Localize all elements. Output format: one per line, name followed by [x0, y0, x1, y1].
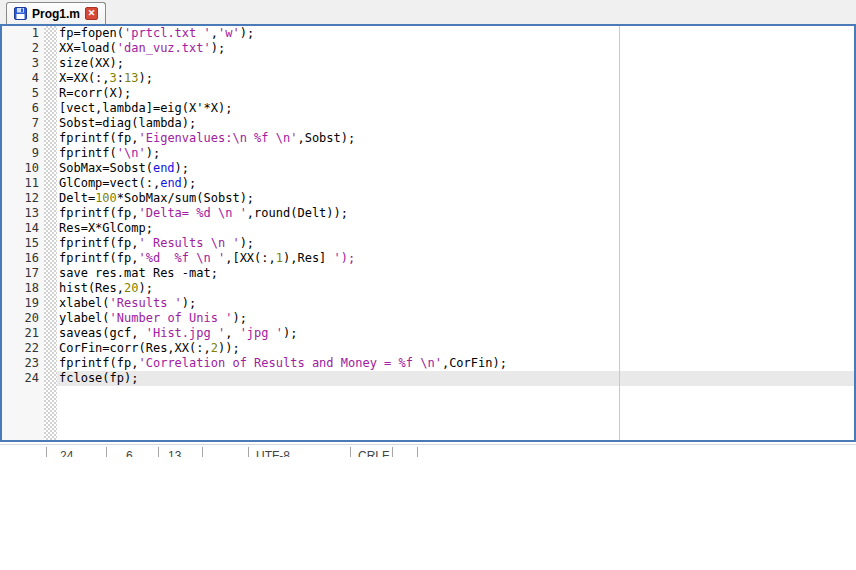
- status-field: UTF-8: [256, 449, 290, 457]
- code-editor[interactable]: 123456789101112131415161718192021222324 …: [0, 24, 856, 442]
- code-line[interactable]: CorFin=corr(Res,XX(:,2));: [59, 341, 854, 356]
- line-number: 14: [2, 221, 39, 236]
- line-number-gutter: 123456789101112131415161718192021222324: [2, 26, 44, 440]
- line-number: 13: [2, 206, 39, 221]
- code-line[interactable]: Sobst=diag(lambda);: [59, 116, 854, 131]
- line-number: 17: [2, 266, 39, 281]
- status-separator: [248, 447, 249, 457]
- close-icon[interactable]: ✕: [85, 7, 98, 20]
- status-bar: 24613UTF-8CRLF: [0, 444, 856, 457]
- code-area[interactable]: fp=fopen('prtcl.txt ','w');XX=load('dan_…: [57, 26, 854, 440]
- line-number: 1: [2, 26, 39, 41]
- status-field: CRLF: [358, 449, 389, 457]
- code-line[interactable]: fprintf('\n');: [59, 146, 854, 161]
- status-field: 13: [168, 449, 181, 457]
- line-number: 15: [2, 236, 39, 251]
- line-number: 4: [2, 71, 39, 86]
- tab-bar: Prog1.m ✕: [0, 0, 856, 24]
- status-field: 24: [60, 449, 73, 457]
- tab-title: Prog1.m: [32, 7, 80, 21]
- line-number: 12: [2, 191, 39, 206]
- code-line[interactable]: Res=X*GlComp;: [59, 221, 854, 236]
- line-number: 18: [2, 281, 39, 296]
- line-number: 9: [2, 146, 39, 161]
- line-number: 7: [2, 116, 39, 131]
- fold-margin: [44, 26, 57, 440]
- line-number: 20: [2, 311, 39, 326]
- line-number: 2: [2, 41, 39, 56]
- status-separator: [417, 447, 418, 457]
- code-line[interactable]: saveas(gcf, 'Hist.jpg ', 'jpg ');: [59, 326, 854, 341]
- status-separator: [46, 447, 47, 457]
- code-line[interactable]: hist(Res,20);: [59, 281, 854, 296]
- line-number: 19: [2, 296, 39, 311]
- line-number: 23: [2, 356, 39, 371]
- status-separator: [158, 447, 159, 457]
- code-line[interactable]: xlabel('Results ');: [59, 296, 854, 311]
- code-line[interactable]: Delt=100*SobMax/sum(Sobst);: [59, 191, 854, 206]
- code-line[interactable]: fp=fopen('prtcl.txt ','w');: [59, 26, 854, 41]
- line-number: 22: [2, 341, 39, 356]
- code-line[interactable]: ylabel('Number of Unis ');: [59, 311, 854, 326]
- code-line[interactable]: R=corr(X);: [59, 86, 854, 101]
- code-line[interactable]: fprintf(fp,'%d %f \n ',[XX(:,1),Res] ');: [59, 251, 854, 266]
- code-line[interactable]: fprintf(fp,' Results \n ');: [59, 236, 854, 251]
- code-line[interactable]: size(XX);: [59, 56, 854, 71]
- code-line[interactable]: XX=load('dan_vuz.txt');: [59, 41, 854, 56]
- status-separator: [106, 447, 107, 457]
- save-floppy-icon: [14, 7, 27, 20]
- status-field: 6: [126, 449, 133, 457]
- line-number: 24: [2, 371, 39, 386]
- line-number: 21: [2, 326, 39, 341]
- code-line[interactable]: fclose(fp);: [59, 371, 854, 386]
- line-number: 10: [2, 161, 39, 176]
- line-number: 5: [2, 86, 39, 101]
- code-line[interactable]: X=XX(:,3:13);: [59, 71, 854, 86]
- code-line[interactable]: GlComp=vect(:,end);: [59, 176, 854, 191]
- line-number: 6: [2, 101, 39, 116]
- code-line[interactable]: fprintf(fp,'Correlation of Results and M…: [59, 356, 854, 371]
- code-line[interactable]: save res.mat Res -mat;: [59, 266, 854, 281]
- tab-prog1m[interactable]: Prog1.m ✕: [6, 2, 106, 24]
- line-number: 11: [2, 176, 39, 191]
- line-number: 3: [2, 56, 39, 71]
- status-separator: [392, 447, 393, 457]
- app-window: Prog1.m ✕ 123456789101112131415161718192…: [0, 0, 856, 570]
- line-number: 8: [2, 131, 39, 146]
- code-line[interactable]: SobMax=Sobst(end);: [59, 161, 854, 176]
- status-separator: [350, 447, 351, 457]
- code-line[interactable]: fprintf(fp,'Delta= %d \n ',round(Delt));: [59, 206, 854, 221]
- code-line[interactable]: [vect,lambda]=eig(X'*X);: [59, 101, 854, 116]
- status-separator: [202, 447, 203, 457]
- code-line[interactable]: fprintf(fp,'Eigenvalues:\n %f \n',Sobst)…: [59, 131, 854, 146]
- line-number: 16: [2, 251, 39, 266]
